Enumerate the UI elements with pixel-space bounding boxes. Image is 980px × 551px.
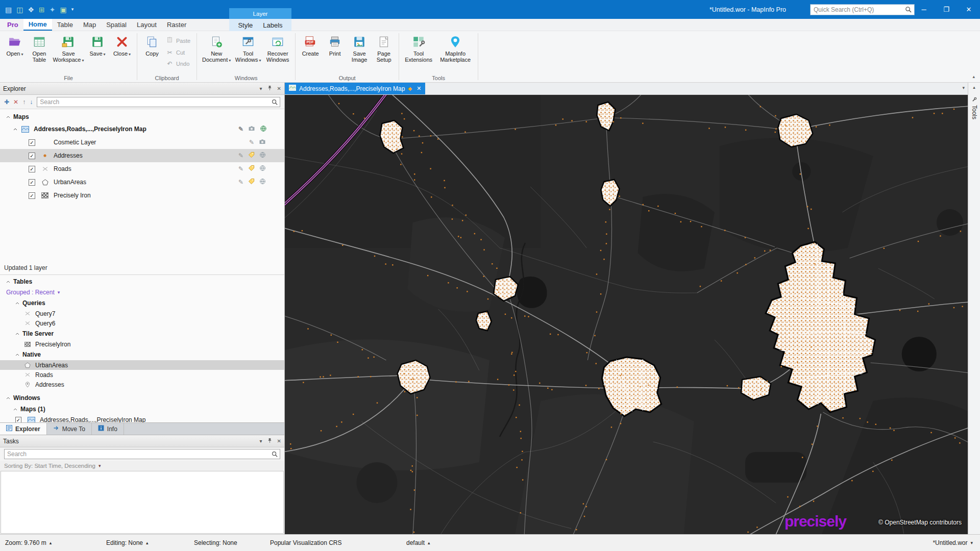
tab-style[interactable]: Style <box>233 19 258 31</box>
qat-open-table-icon[interactable]: ◫ <box>16 6 23 13</box>
group-native[interactable]: Native <box>0 349 284 360</box>
undo-button[interactable]: ↶ Undo <box>165 59 193 68</box>
crs-status[interactable]: Popular Visualization CRS <box>270 535 342 551</box>
label-tag-icon[interactable] <box>248 152 255 160</box>
label-tag-icon[interactable] <box>248 165 255 173</box>
close-pane-icon[interactable]: ✕ <box>277 438 281 444</box>
group-tile-server[interactable]: Tile Server <box>0 328 284 339</box>
map-canvas[interactable]: precisely © OpenStreetMap contributors <box>285 95 968 534</box>
quick-search-input[interactable] <box>811 6 905 13</box>
tab-map[interactable]: Map <box>78 19 101 31</box>
search-icon[interactable] <box>272 99 280 105</box>
tab-info[interactable]: Info <box>92 423 124 435</box>
qat-workspace-icon[interactable]: ▤ <box>5 6 12 13</box>
pane-menu-icon[interactable]: ▾ <box>260 438 262 444</box>
remove-item-icon[interactable]: ✕ <box>13 99 18 105</box>
search-icon[interactable] <box>272 451 280 457</box>
pane-menu-icon[interactable]: ▾ <box>260 86 262 91</box>
snapshot-icon[interactable] <box>248 126 255 133</box>
tasks-search-input[interactable] <box>5 450 272 458</box>
save-image-button[interactable]: Save Image <box>348 33 371 64</box>
tasks-search[interactable] <box>4 449 280 459</box>
save-button[interactable]: Save▾ <box>86 33 109 59</box>
tool-windows-button[interactable]: Tool Windows▾ <box>234 33 262 65</box>
save-workspace-button[interactable]: Save Workspace▾ <box>52 33 85 65</box>
table-item-roads[interactable]: Roads <box>0 370 284 380</box>
page-setup-button[interactable]: Page Setup <box>372 33 396 64</box>
layer-checkbox[interactable]: ✓ <box>29 179 35 186</box>
layer-row-roads[interactable]: ✓ Roads ✎ <box>0 162 284 176</box>
pin-icon[interactable] <box>267 438 273 444</box>
edit-icon[interactable]: ✎ <box>238 152 243 159</box>
tab-labels[interactable]: Labels <box>258 19 287 31</box>
tool-extensions-button[interactable]: Tool Extensions <box>402 33 435 64</box>
table-item-urbanareas[interactable]: UrbanAreas <box>0 360 284 370</box>
copy-button[interactable]: Copy <box>140 33 164 58</box>
zoom-status[interactable]: Zoom: 9.760 m ▴ <box>5 535 52 551</box>
pin-icon[interactable] <box>267 85 273 92</box>
explorer-search-input[interactable] <box>37 98 272 106</box>
tab-pro[interactable]: Pro <box>2 19 23 31</box>
edit-icon[interactable]: ✎ <box>238 126 243 133</box>
tab-raster[interactable]: Raster <box>162 19 191 31</box>
marketplace-button[interactable]: MapInfo Marketplace <box>436 33 475 64</box>
add-item-icon[interactable]: ✚ <box>4 99 9 105</box>
tasks-sorting-dropdown[interactable]: Sorting By: Start Time, Descending ▾ <box>0 461 284 471</box>
section-windows[interactable]: Windows <box>0 392 284 404</box>
group-maps-windows[interactable]: Maps (1) <box>0 404 284 415</box>
maximize-button[interactable]: ❐ <box>935 0 958 19</box>
layer-row-precisely-iron[interactable]: ✓ Precisely Iron <box>0 189 284 202</box>
layer-row-addresses[interactable]: ✓ Addresses ✎ <box>0 149 284 162</box>
table-item-query6[interactable]: Query6 <box>0 318 284 328</box>
layer-checkbox[interactable]: ✓ <box>29 192 35 199</box>
close-pane-icon[interactable]: ✕ <box>277 86 281 91</box>
print-button[interactable]: Print <box>323 33 347 58</box>
tab-move-to[interactable]: Move To <box>47 423 92 435</box>
qat-map-icon[interactable]: ❖ <box>28 6 34 13</box>
tasks-list-empty[interactable] <box>1 471 284 534</box>
tab-home[interactable]: Home <box>23 19 52 31</box>
quick-search[interactable] <box>810 4 915 15</box>
paste-button[interactable]: Paste <box>165 35 193 46</box>
label-tag-icon[interactable] <box>248 178 255 186</box>
minimize-button[interactable]: ─ <box>913 0 935 19</box>
grouped-recent-dropdown[interactable]: Grouped : Recent ▾ <box>0 287 284 297</box>
tab-table[interactable]: Table <box>52 19 78 31</box>
layer-checkbox[interactable]: ✓ <box>29 153 35 159</box>
edit-icon[interactable]: ✎ <box>238 179 243 186</box>
style-status[interactable]: default ▴ <box>406 535 430 551</box>
window-item-map[interactable]: ✓ Addresses,Roads,...,PreciselyIron Map <box>0 415 284 422</box>
table-item-query7[interactable]: Query7 <box>0 309 284 318</box>
open-table-button[interactable]: Open Table <box>28 33 51 64</box>
close-button[interactable]: Close▾ <box>110 33 134 59</box>
close-window-button[interactable]: ✕ <box>958 0 980 19</box>
table-item-addresses[interactable]: Addresses <box>0 380 284 389</box>
section-tables[interactable]: Tables <box>0 276 284 287</box>
workspace-status[interactable]: *Untitled.wor ▾ <box>933 535 973 551</box>
qat-save-icon[interactable]: ⊞ <box>39 6 45 13</box>
tab-spatial[interactable]: Spatial <box>101 19 132 31</box>
qat-tools-icon[interactable]: ▣ <box>60 6 67 13</box>
layer-row-urbanareas[interactable]: ✓ UrbanAreas ✎ <box>0 176 284 189</box>
new-document-button[interactable]: New Document▾ <box>200 33 233 65</box>
scroll-up-icon[interactable]: ▴ <box>973 85 975 90</box>
layer-checkbox[interactable]: ✓ <box>29 166 35 172</box>
explorer-search[interactable] <box>37 97 280 107</box>
group-queries[interactable]: Queries <box>0 297 284 309</box>
table-item-preciselyiron[interactable]: PreciselyIron <box>0 339 284 349</box>
edit-icon[interactable]: ✎ <box>238 165 243 172</box>
globe-icon[interactable] <box>259 178 266 186</box>
layer-checkbox[interactable]: ✓ <box>29 139 35 146</box>
editing-status[interactable]: Editing: None ▴ <box>106 535 149 551</box>
globe-icon[interactable] <box>259 165 266 173</box>
snapshot-icon[interactable] <box>259 139 266 146</box>
globe-icon[interactable] <box>259 152 266 160</box>
open-button[interactable]: Open▾ <box>3 33 27 59</box>
map-document-tab[interactable]: Addresses,Roads,...,PreciselyIron Map ◆ … <box>285 83 425 94</box>
tab-explorer[interactable]: Explorer <box>0 423 47 435</box>
qat-customize-icon[interactable]: ▾ <box>71 7 74 12</box>
tab-layout[interactable]: Layout <box>132 19 162 31</box>
create-pdf-button[interactable]: PDF Create <box>299 33 322 58</box>
tab-close-icon[interactable]: ✕ <box>416 85 421 92</box>
layer-row-cosmetic[interactable]: ✓ Cosmetic Layer ✎ <box>0 136 284 149</box>
